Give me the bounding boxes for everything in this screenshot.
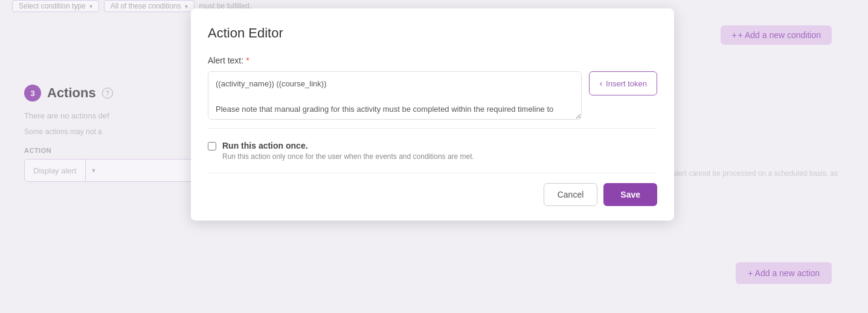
alert-text-field-row: ‹ Insert token xyxy=(208,71,657,120)
required-star: * xyxy=(246,56,249,65)
run-once-checkbox[interactable] xyxy=(208,142,216,150)
insert-token-button[interactable]: ‹ Insert token xyxy=(589,71,657,95)
modal-footer: Cancel Save xyxy=(208,183,657,206)
modal-title: Action Editor xyxy=(208,25,657,41)
modal-footer-divider xyxy=(208,173,657,173)
alert-text-textarea[interactable] xyxy=(208,71,582,120)
run-once-label: Run this action once. xyxy=(222,141,474,150)
run-once-row: Run this action once. Run this action on… xyxy=(208,136,657,166)
save-button[interactable]: Save xyxy=(603,183,657,206)
modal-divider xyxy=(208,128,657,129)
alert-text-field-label: Alert text: * xyxy=(208,56,657,65)
run-once-description: Run this action only once for the user w… xyxy=(222,152,474,161)
cancel-button[interactable]: Cancel xyxy=(544,183,598,206)
chevron-left-icon: ‹ xyxy=(599,79,602,88)
action-editor-modal: Action Editor Alert text: * ‹ Insert tok… xyxy=(191,8,674,221)
